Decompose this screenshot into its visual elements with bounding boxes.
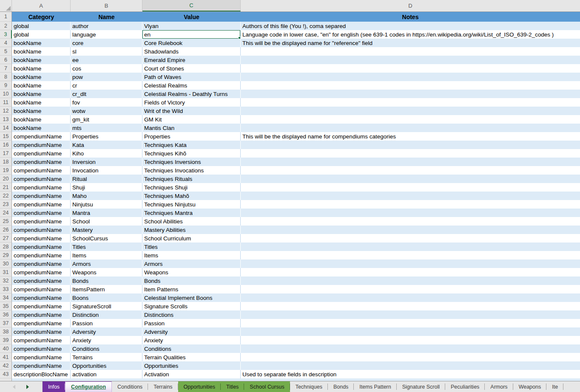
cell-C3[interactable]: en	[142, 30, 241, 39]
cell-B39[interactable]: Anxiety	[71, 336, 142, 344]
cell-B43[interactable]: activation	[71, 370, 142, 378]
row-header-38[interactable]: 38	[0, 327, 12, 336]
cell-D38[interactable]	[241, 327, 580, 336]
cell-C40[interactable]: Conditions	[142, 344, 241, 353]
row-header-33[interactable]: 33	[0, 285, 12, 293]
cell-A12[interactable]: bookName	[12, 107, 71, 115]
row-header-13[interactable]: 13	[0, 115, 12, 124]
row-header-20[interactable]: 20	[0, 175, 12, 183]
row-header-11[interactable]: 11	[0, 98, 12, 107]
cell-A31[interactable]: compendiumName	[12, 268, 71, 276]
row-header-14[interactable]: 14	[0, 124, 12, 132]
cell-D15[interactable]: This will be the displayed name for comp…	[241, 132, 580, 141]
row-header-37[interactable]: 37	[0, 319, 12, 327]
cell-D9[interactable]	[241, 81, 580, 90]
cell-C19[interactable]: Techniques Invocations	[142, 166, 241, 175]
row-header-1[interactable]: 1	[0, 12, 12, 22]
cell-A37[interactable]: compendiumName	[12, 319, 71, 327]
cell-B26[interactable]: Mastery	[71, 226, 142, 234]
cell-C25[interactable]: School Abilities	[142, 217, 241, 226]
cell-A15[interactable]: compendiumName	[12, 132, 71, 141]
cell-B27[interactable]: SchoolCursus	[71, 234, 142, 243]
sheet-tab-school-cursus[interactable]: School Cursus	[244, 381, 290, 392]
scroll-tabs-right-icon[interactable]	[26, 385, 29, 389]
cell-D36[interactable]	[241, 310, 580, 319]
cell-D13[interactable]	[241, 115, 580, 124]
cell-C39[interactable]: Anxiety	[142, 336, 241, 344]
cell-B3[interactable]: language	[71, 30, 142, 39]
cell-A18[interactable]: compendiumName	[12, 158, 71, 166]
cell-C4[interactable]: Core Rulebook	[142, 39, 241, 47]
column-header-A[interactable]: A	[12, 0, 71, 11]
cell-C7[interactable]: Court of Stones	[142, 64, 241, 73]
cell-D43[interactable]: Used to separate fields in description	[241, 370, 580, 378]
cell-A35[interactable]: compendiumName	[12, 302, 71, 310]
cell-A27[interactable]: compendiumName	[12, 234, 71, 243]
cell-D37[interactable]	[241, 319, 580, 327]
cell-B7[interactable]: cos	[71, 64, 142, 73]
cell-A36[interactable]: compendiumName	[12, 310, 71, 319]
sheet-tab-ite[interactable]: Ite	[546, 381, 563, 392]
row-header-24[interactable]: 24	[0, 209, 12, 217]
cell-A43[interactable]: descriptionBlocName	[12, 370, 71, 378]
cell-D18[interactable]	[241, 158, 580, 166]
row-header-32[interactable]: 32	[0, 276, 12, 285]
cell-D21[interactable]	[241, 183, 580, 192]
table-header-category[interactable]: Category	[12, 12, 71, 22]
row-header-22[interactable]: 22	[0, 192, 12, 200]
cell-A4[interactable]: bookName	[12, 39, 71, 47]
cell-B42[interactable]: Opportunities	[71, 361, 142, 370]
sheet-tab-bonds[interactable]: Bonds	[328, 381, 354, 392]
cell-C21[interactable]: Techniques Shuji	[142, 183, 241, 192]
sheet-tab-peculiarities[interactable]: Peculiarities	[445, 381, 485, 392]
cell-B24[interactable]: Mantra	[71, 209, 142, 217]
cell-C33[interactable]: Item Patterns	[142, 285, 241, 293]
cell-C8[interactable]: Path of Waves	[142, 73, 241, 81]
cell-B14[interactable]: mts	[71, 124, 142, 132]
cell-D17[interactable]	[241, 149, 580, 158]
cell-C32[interactable]: Bonds	[142, 276, 241, 285]
cell-C18[interactable]: Techniques Inversions	[142, 158, 241, 166]
cell-C29[interactable]: Items	[142, 251, 241, 259]
row-header-17[interactable]: 17	[0, 149, 12, 158]
cell-C5[interactable]: Shadowlands	[142, 47, 241, 56]
cell-D33[interactable]	[241, 285, 580, 293]
row-header-4[interactable]: 4	[0, 39, 12, 47]
cell-D16[interactable]	[241, 141, 580, 149]
cell-D23[interactable]	[241, 200, 580, 209]
cell-A3[interactable]: global	[12, 30, 71, 39]
fill-handle[interactable]	[238, 37, 241, 39]
column-header-B[interactable]: B	[71, 0, 142, 11]
cell-D22[interactable]	[241, 192, 580, 200]
cell-C17[interactable]: Techniques Kihõ	[142, 149, 241, 158]
cell-A42[interactable]: compendiumName	[12, 361, 71, 370]
cell-D20[interactable]	[241, 175, 580, 183]
cell-B22[interactable]: Maho	[71, 192, 142, 200]
cell-A30[interactable]: compendiumName	[12, 259, 71, 268]
row-header-18[interactable]: 18	[0, 158, 12, 166]
cell-A33[interactable]: compendiumName	[12, 285, 71, 293]
cell-A2[interactable]: global	[12, 22, 71, 30]
cell-C20[interactable]: Techniques Rituals	[142, 175, 241, 183]
cell-D39[interactable]	[241, 336, 580, 344]
row-header-21[interactable]: 21	[0, 183, 12, 192]
cell-D30[interactable]	[241, 259, 580, 268]
cell-A38[interactable]: compendiumName	[12, 327, 71, 336]
cell-D4[interactable]: This will be the displayed name for "ref…	[241, 39, 580, 47]
cell-D6[interactable]	[241, 56, 580, 64]
sheet-tab-items-pattern[interactable]: Items Pattern	[354, 381, 396, 392]
cell-C31[interactable]: Weapons	[142, 268, 241, 276]
cell-B16[interactable]: Kata	[71, 141, 142, 149]
row-header-10[interactable]: 10	[0, 90, 12, 98]
cell-C36[interactable]: Distinctions	[142, 310, 241, 319]
cell-D24[interactable]	[241, 209, 580, 217]
cell-D31[interactable]	[241, 268, 580, 276]
row-header-15[interactable]: 15	[0, 132, 12, 141]
row-header-12[interactable]: 12	[0, 107, 12, 115]
cell-A10[interactable]: bookName	[12, 90, 71, 98]
cell-C16[interactable]: Techniques Kata	[142, 141, 241, 149]
cell-C37[interactable]: Passion	[142, 319, 241, 327]
sheet-tab-armors[interactable]: Armors	[485, 381, 513, 392]
cell-C11[interactable]: Fields of Victory	[142, 98, 241, 107]
row-header-6[interactable]: 6	[0, 56, 12, 64]
